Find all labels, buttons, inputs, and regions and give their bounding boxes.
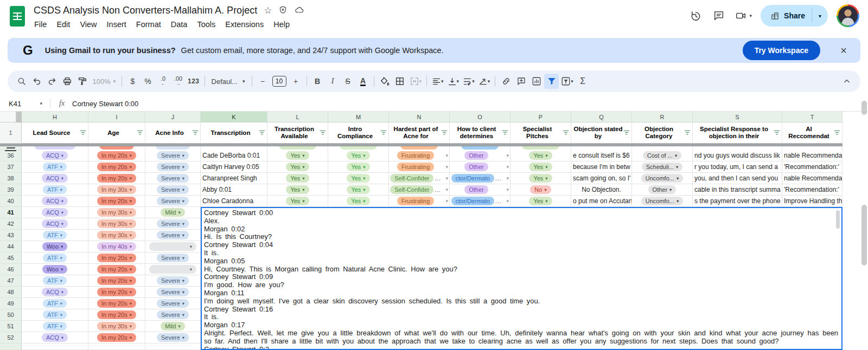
cell-O38[interactable]: ctor/Dermato...▾ [450,173,510,184]
chevron-down-icon[interactable]: ▾ [182,165,184,170]
chevron-down-icon[interactable]: ▾ [302,153,304,158]
text-color-button[interactable]: A [356,74,371,89]
row-header-46[interactable]: 46 [0,264,22,275]
cell-M40[interactable]: Yes▾ [328,196,389,207]
cell-Q38[interactable]: scam going on, so I' [571,173,632,184]
menu-tools[interactable]: Tools [192,18,220,30]
chevron-down-icon[interactable]: ▾ [61,199,63,204]
insert-comment-button[interactable] [514,74,528,89]
merge-cells-button[interactable]: ▾ [408,74,424,89]
share-button[interactable]: Share ▾ [761,5,828,27]
cell-J45[interactable]: Severe▾ [145,252,201,264]
row-header-41[interactable]: 41 [0,207,22,218]
cloud-status-icon[interactable] [294,5,304,16]
dropdown-chip[interactable]: Severe▾ [157,333,189,342]
menu-format[interactable]: Format [131,18,166,30]
dropdown-chip[interactable]: In my 30s▾ [97,185,136,194]
cell-I44[interactable]: In my 40s▾ [88,241,145,252]
cell-L40[interactable]: Yes▾ [267,196,328,207]
chevron-down-icon[interactable]: ▾ [182,256,184,261]
row-header-52[interactable]: 52 [0,332,22,343]
redo-button[interactable] [44,74,59,89]
dropdown-chip[interactable]: In my 20s▾ [97,197,136,205]
cell-H48[interactable]: ACQ▾ [22,287,88,298]
print-button[interactable] [60,74,74,89]
dropdown-chip[interactable]: Yes▾ [529,197,552,205]
menu-help[interactable]: Help [269,18,295,30]
column-header-H[interactable]: Lead Source [22,122,88,144]
cell-H41[interactable]: ACQ▾ [22,207,88,218]
dropdown-chip[interactable]: Yes▾ [286,197,309,205]
column-header-P[interactable]: Specialist Pitches [510,122,571,144]
cell-J43[interactable]: Severe▾ [145,230,201,241]
row-header-47[interactable]: 47 [0,275,22,287]
column-letter-H[interactable]: H [22,112,88,122]
chevron-down-icon[interactable]: ▾ [182,313,184,317]
chevron-down-icon[interactable]: ▾ [130,324,132,329]
dropdown-chip[interactable]: ACQ▾ [42,197,68,205]
dropdown-chip[interactable]: ATF▾ [43,185,67,194]
cell-I49[interactable]: In my 20s▾ [88,298,145,309]
column-header-K[interactable]: Transcription [201,122,267,144]
chevron-down-icon[interactable]: ▾ [545,199,547,204]
cell-I52[interactable]: In my 20s▾ [88,332,145,343]
dropdown-chip[interactable]: In my 40s▾ [97,242,136,251]
increase-decimal-button[interactable]: .00→ [171,74,186,89]
column-header-Q[interactable]: Objection stated by [571,122,632,144]
chevron-down-icon[interactable]: ▾ [130,165,132,170]
cell-J39[interactable]: Severe▾ [145,184,201,196]
column-header-S[interactable]: Specialist Response to objection in thei… [693,122,782,144]
chevron-down-icon[interactable]: ▾ [363,165,365,170]
dropdown-chip[interactable]: Self-Confider [390,174,433,183]
cell-scrollbar-thumb[interactable] [836,210,840,229]
cell-M39[interactable]: Yes▾ [328,184,389,196]
chevron-down-icon[interactable]: ▾ [544,187,546,192]
dropdown-chip[interactable]: Severe▾ [157,299,189,308]
chevron-down-icon[interactable]: ▾ [363,187,365,192]
chevron-down-icon[interactable]: ▾ [302,176,304,181]
format-percent-button[interactable]: % [141,74,155,89]
chevron-down-icon[interactable]: ▾ [750,13,752,18]
chevron-down-icon[interactable]: ▾ [182,199,184,204]
chevron-down-icon[interactable]: ▾ [182,290,184,295]
cell-J52[interactable]: Severe▾ [145,332,201,343]
cell-I39[interactable]: In my 30s▾ [88,184,145,196]
cell-K38[interactable]: Charanpreet Singh [201,173,267,184]
cell-L39[interactable]: Yes▾ [267,184,328,196]
chevron-down-icon[interactable]: ▾ [61,153,63,158]
row-header-1[interactable]: 1 [0,122,22,144]
dropdown-chip[interactable]: Yes▾ [347,197,369,205]
filter-icon[interactable] [320,130,326,136]
dropdown-chip[interactable]: Severe▾ [157,174,189,183]
decrease-font-size-button[interactable]: − [256,74,270,89]
meet-call-button[interactable]: ▾ [735,10,752,22]
dropdown-chip[interactable]: Yes▾ [286,174,309,183]
cell-I42[interactable]: In my 30s▾ [88,218,145,230]
dropdown-chip[interactable]: Severe▾ [157,151,189,160]
dropdown-chip[interactable]: Yes▾ [286,185,309,194]
dropdown-chip[interactable]: Severe▾ [157,288,189,296]
dropdown-chip[interactable]: Yes▾ [347,185,369,194]
decrease-decimal-button[interactable]: .0← [156,74,170,89]
cell-R40[interactable]: Uncomfo...▾ [632,196,693,207]
chevron-down-icon[interactable]: ▾ [190,244,192,249]
search-menus-button[interactable] [14,74,29,89]
chevron-down-icon[interactable]: ▾ [60,313,62,317]
cell-P39[interactable]: No▾ [510,184,571,196]
chevron-down-icon[interactable]: ▾ [812,13,828,19]
chevron-down-icon[interactable]: ▾ [676,199,679,204]
row-header-42[interactable]: 42 [0,218,22,230]
row-header-43[interactable]: 43 [0,230,22,241]
undo-button[interactable] [29,74,44,89]
chevron-down-icon[interactable]: ▾ [61,222,63,226]
cell-H45[interactable]: ATF▾ [22,252,88,264]
dropdown-chip[interactable]: ACQ▾ [42,333,68,342]
hidden-columns-indicator[interactable] [16,112,22,122]
filter-icon[interactable] [80,130,86,136]
cell-J42[interactable]: Severe▾ [145,218,201,230]
cell-J48[interactable]: Severe▾ [145,287,201,298]
chevron-down-icon[interactable]: ▾ [506,176,509,181]
chevron-down-icon[interactable]: ▾ [445,153,448,158]
strikethrough-button[interactable]: S [341,74,355,89]
filter-icon[interactable] [380,130,387,136]
